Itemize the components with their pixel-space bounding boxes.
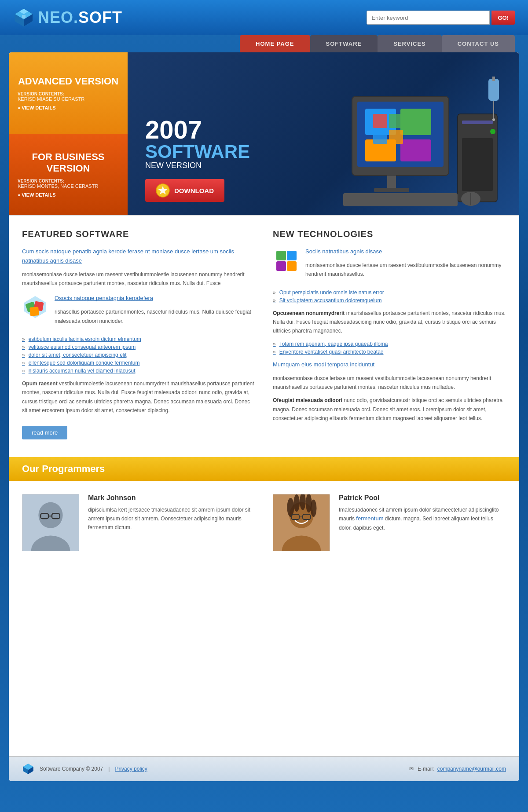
opcusenean-paragraph: Opcusenean nonummydrerit maurishasellus … — [273, 309, 506, 336]
svg-rect-37 — [276, 261, 286, 271]
header: NEO.SOFT GO! — [0, 0, 528, 35]
hero-year: 2007 — [145, 117, 250, 143]
featured-main-link[interactable]: Cum socis natoque penatib agnia kerode f… — [22, 247, 255, 266]
svg-rect-36 — [287, 251, 297, 260]
programmer-patrick: Patrick Pool tmalesuadaonec sit amrem ip… — [273, 494, 506, 551]
advanced-version-label: VERSION CONTENTS: — [18, 91, 119, 96]
hero-text: 2007 SOFTWARE NEW VERSION DOWNLOAD — [145, 117, 250, 202]
svg-rect-15 — [389, 114, 403, 128]
hero-banner: 2007 SOFTWARE NEW VERSION DOWNLOAD — [128, 52, 519, 215]
read-more-button[interactable]: read more — [22, 426, 67, 439]
fermentum-link[interactable]: fermentum — [356, 515, 383, 522]
programmers-bar: Our Programmers — [9, 457, 519, 481]
featured-item-2: Osocis natoque penatagnia kerodefera ris… — [22, 294, 255, 330]
logo-text: NEO.SOFT — [38, 8, 122, 27]
programmer-patrick-photo — [273, 494, 330, 551]
svg-rect-14 — [373, 114, 387, 128]
search-input[interactable] — [367, 11, 490, 25]
nav-item-services[interactable]: SERVICES — [378, 35, 442, 52]
tech-icon-1 — [273, 247, 299, 274]
hero: ADVANCED VERSION VERSION CONTENTS: KERIS… — [9, 52, 519, 215]
svg-point-22 — [490, 129, 495, 134]
advanced-version-block: ADVANCED VERSION VERSION CONTENTS: KERIS… — [9, 52, 128, 134]
footer-email-label: E-mail: — [418, 766, 434, 772]
tech-bullet-4[interactable]: Enventore veritatiset quasi architecto b… — [273, 349, 506, 355]
svg-rect-16 — [373, 130, 387, 144]
featured-item2-body: rishasellus portausce parturienmontes, n… — [55, 307, 255, 326]
nav-item-home[interactable]: HOME PAGE — [240, 35, 310, 52]
search-button[interactable]: GO! — [491, 11, 515, 25]
new-technologies-section: NEW TECHNOLOGIES Sociis natnatibus agnis… — [273, 229, 506, 439]
featured-item2-content: Osocis natoque penatagnia kerodefera ris… — [55, 294, 255, 330]
tech-item1-body: monlasemonlase dusce lertase um raesent … — [305, 261, 506, 279]
svg-rect-18 — [387, 176, 396, 189]
logo-area: NEO.SOFT — [13, 7, 122, 28]
featured-software-section: FEATURED SOFTWARE Cum socis natoque pena… — [22, 229, 255, 439]
bullet-item-5[interactable]: nislauris accumsan nulla vel diamed inla… — [22, 368, 255, 374]
bullet-item-4[interactable]: ellentesque sed dolorliquam conque ferme… — [22, 360, 255, 366]
featured-bullet-list: estibulum iaculis lacinia esroin dictum … — [22, 336, 255, 374]
advanced-version-desc: KERISD MIASE SU CERASTR — [18, 96, 119, 102]
tech-item1-link[interactable]: Sociis natnatibus agnis disase — [305, 247, 506, 256]
mumquam-body: monlasemonlase dusce lertase um raesent … — [273, 374, 506, 392]
svg-rect-23 — [462, 138, 493, 191]
featured-body1: monlasemonlase dusce lertase um raesent … — [22, 270, 255, 288]
mumquam-link[interactable]: Mumquam eius modi tempora inciduntut — [273, 360, 506, 369]
footer-email-link[interactable]: companyname@ourmail.com — [437, 766, 506, 772]
programmer-patrick-bio: tmalesuadaonec sit amrem ipsum dolor sit… — [339, 505, 506, 533]
tech-bullet-2[interactable]: Sit voluptatem accusantium doloremqueium — [273, 297, 506, 304]
nav-item-software[interactable]: SOFTWARE — [310, 35, 378, 52]
business-view-details-link[interactable]: VIEW DETAILS — [18, 192, 119, 198]
bullet-item-2[interactable]: velitusce euismod consequat anteorem ips… — [22, 344, 255, 350]
programmer-mark: Mark Johnson dipisciumlsa kert jertsaece… — [22, 494, 255, 551]
tech-bullet-list-2: Totam rem aperiam, eaque ipsa quaeab ill… — [273, 341, 506, 355]
new-tech-title: NEW TECHNOLOGIES — [273, 229, 506, 239]
svg-rect-24 — [343, 193, 458, 206]
programmer-mark-info: Mark Johnson dipisciumlsa kert jertsaece… — [88, 494, 255, 532]
main-wrapper: ADVANCED VERSION VERSION CONTENTS: KERIS… — [9, 52, 519, 756]
svg-rect-11 — [400, 109, 431, 135]
programmer-mark-photo — [22, 494, 79, 551]
featured-item2-link[interactable]: Osocis natoque penatagnia kerodefera — [55, 294, 255, 303]
svg-rect-34 — [29, 307, 39, 317]
bullet-item-1[interactable]: estibulum iaculis lacinia esroin dictum … — [22, 336, 255, 342]
opum-paragraph: Opum raesent vestibulummolestie lacusene… — [22, 379, 255, 415]
tech-bullet-1[interactable]: Oput perspiciatis unde omnis iste natus … — [273, 289, 506, 296]
download-label: DOWNLOAD — [174, 187, 214, 194]
advanced-view-details-link[interactable]: VIEW DETAILS — [18, 105, 119, 110]
svg-rect-17 — [389, 130, 403, 144]
svg-point-52 — [311, 499, 317, 516]
programmer-mark-bio: dipisciumlsa kert jertsaece tmalesuadaon… — [88, 505, 255, 532]
footer-left: Software Company © 2007 | Privacy policy — [22, 763, 147, 775]
tech-bullet-list-1: Oput perspiciatis unde omnis iste natus … — [273, 289, 506, 304]
svg-rect-5 — [22, 15, 26, 18]
business-version-label: VERSION CONTENTS: — [18, 179, 119, 183]
hero-new-version: NEW VERSION — [145, 161, 250, 170]
download-star-icon — [156, 183, 170, 198]
ofeugiat-paragraph: Ofeugiat malesuada odioori nunc odio, gr… — [273, 396, 506, 423]
download-button[interactable]: DOWNLOAD — [145, 179, 224, 202]
featured-title: FEATURED SOFTWARE — [22, 229, 255, 239]
hero-left: ADVANCED VERSION VERSION CONTENTS: KERIS… — [9, 52, 128, 215]
footer-copyright: Software Company © 2007 — [40, 766, 103, 772]
svg-point-49 — [293, 494, 300, 512]
tech-bullet-3[interactable]: Totam rem aperiam, eaque ipsa quaeab ill… — [273, 341, 506, 347]
svg-point-40 — [38, 502, 62, 528]
programmers-section: Mark Johnson dipisciumlsa kert jertsaece… — [9, 481, 519, 564]
logo-icon — [13, 7, 34, 28]
svg-rect-13 — [400, 139, 431, 161]
footer-right: ✉ E-mail: companyname@ourmail.com — [409, 766, 506, 772]
business-version-title: FOR BUSINESS VERSION — [18, 151, 119, 175]
nav-item-contact[interactable]: CONTACT US — [442, 35, 515, 52]
footer-privacy-link[interactable]: Privacy policy — [115, 766, 147, 772]
svg-rect-35 — [276, 251, 286, 260]
svg-rect-19 — [374, 188, 409, 192]
bullet-item-3[interactable]: dolor sit amet, consectetuer adipiscing … — [22, 352, 255, 358]
nav: HOME PAGE SOFTWARE SERVICES CONTACT US — [0, 35, 528, 52]
email-icon: ✉ — [409, 766, 414, 772]
programmer-patrick-name: Patrick Pool — [339, 494, 506, 502]
svg-rect-28 — [492, 77, 495, 81]
hero-computer-illustration — [326, 70, 510, 215]
svg-rect-27 — [488, 79, 499, 101]
business-version-block: FOR BUSINESS VERSION VERSION CONTENTS: K… — [9, 134, 128, 215]
